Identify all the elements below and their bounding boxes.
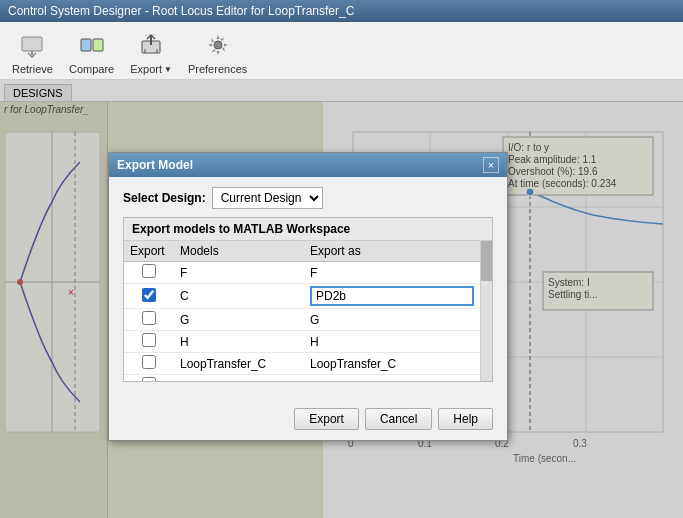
table-scrollbar[interactable] xyxy=(480,241,492,381)
model-name-4: LoopTransfer_C xyxy=(174,353,304,375)
dialog-footer: Export Cancel Help xyxy=(109,402,507,440)
gear-icon xyxy=(202,29,234,61)
retrieve-icon xyxy=(16,29,48,61)
export-as-0: F xyxy=(304,262,480,284)
table-row: LoopTransfer_CLoopTransfer_C xyxy=(124,353,480,375)
table-row: GG xyxy=(124,309,480,331)
export-group-title: Export models to MATLAB Workspace xyxy=(124,218,492,241)
model-name-3: H xyxy=(174,331,304,353)
dialog-titlebar: Export Model × xyxy=(109,153,507,177)
window-title: Control System Designer - Root Locus Edi… xyxy=(8,4,354,18)
export-as-1[interactable] xyxy=(304,284,480,309)
table-scroll-area[interactable]: Export Models Export as FFCGGHHLoopTrans… xyxy=(124,241,480,381)
export-dialog: Export Model × Select Design: Current De… xyxy=(108,152,508,441)
select-design-label: Select Design: xyxy=(123,191,206,205)
designs-tab[interactable]: DESIGNS xyxy=(4,84,72,101)
export-table: Export Models Export as FFCGGHHLoopTrans… xyxy=(124,241,480,381)
preferences-button[interactable]: Preferences xyxy=(180,27,255,79)
col-export-header: Export xyxy=(124,241,174,262)
svg-rect-2 xyxy=(81,39,91,51)
help-button[interactable]: Help xyxy=(438,408,493,430)
model-name-1: C xyxy=(174,284,304,309)
cancel-button[interactable]: Cancel xyxy=(365,408,432,430)
dialog-close-button[interactable]: × xyxy=(483,157,499,173)
tabs-strip: DESIGNS xyxy=(0,80,683,102)
checkbox-row-1[interactable] xyxy=(142,288,156,302)
table-row: FF xyxy=(124,262,480,284)
export-as-3: H xyxy=(304,331,480,353)
export-as-4: LoopTransfer_C xyxy=(304,353,480,375)
export-submit-button[interactable]: Export xyxy=(294,408,359,430)
table-row: IOTransfer_r2yIOTransfer_r2y xyxy=(124,375,480,382)
checkbox-row-0[interactable] xyxy=(142,264,156,278)
select-design-row: Select Design: Current Design All Design… xyxy=(123,187,493,209)
export-dropdown-arrow: ▼ xyxy=(164,65,172,74)
dialog-title: Export Model xyxy=(117,158,193,172)
export-icon xyxy=(135,29,167,61)
checkbox-row-3[interactable] xyxy=(142,333,156,347)
model-name-0: F xyxy=(174,262,304,284)
table-row: C xyxy=(124,284,480,309)
title-bar: Control System Designer - Root Locus Edi… xyxy=(0,0,683,22)
compare-icon xyxy=(76,29,108,61)
toolbar: Retrieve Compare Export xyxy=(0,22,683,80)
main-area: r for LoopTransfer_ × xyxy=(0,102,683,518)
export-as-2: G xyxy=(304,309,480,331)
select-design-dropdown[interactable]: Current Design All Designs xyxy=(212,187,323,209)
retrieve-label: Retrieve xyxy=(12,63,53,75)
compare-label: Compare xyxy=(69,63,114,75)
preferences-label: Preferences xyxy=(188,63,247,75)
dialog-body: Select Design: Current Design All Design… xyxy=(109,177,507,402)
export-group: Export models to MATLAB Workspace Export… xyxy=(123,217,493,382)
col-exportas-header: Export as xyxy=(304,241,480,262)
model-name-2: G xyxy=(174,309,304,331)
export-as-5: IOTransfer_r2y xyxy=(304,375,480,382)
scrollbar-thumb xyxy=(481,241,492,281)
table-container: Export Models Export as FFCGGHHLoopTrans… xyxy=(124,241,492,381)
compare-button[interactable]: Compare xyxy=(61,27,122,79)
svg-rect-3 xyxy=(93,39,103,51)
retrieve-button[interactable]: Retrieve xyxy=(4,27,61,79)
table-row: HH xyxy=(124,331,480,353)
export-button[interactable]: Export ▼ xyxy=(122,27,180,79)
svg-point-9 xyxy=(214,41,222,49)
table-header-row: Export Models Export as xyxy=(124,241,480,262)
export-as-input-1[interactable] xyxy=(310,286,474,306)
checkbox-row-2[interactable] xyxy=(142,311,156,325)
checkbox-row-5[interactable] xyxy=(142,377,156,381)
checkbox-row-4[interactable] xyxy=(142,355,156,369)
col-models-header: Models xyxy=(174,241,304,262)
model-name-5: IOTransfer_r2y xyxy=(174,375,304,382)
export-label: Export xyxy=(130,63,162,75)
svg-rect-0 xyxy=(22,37,42,51)
